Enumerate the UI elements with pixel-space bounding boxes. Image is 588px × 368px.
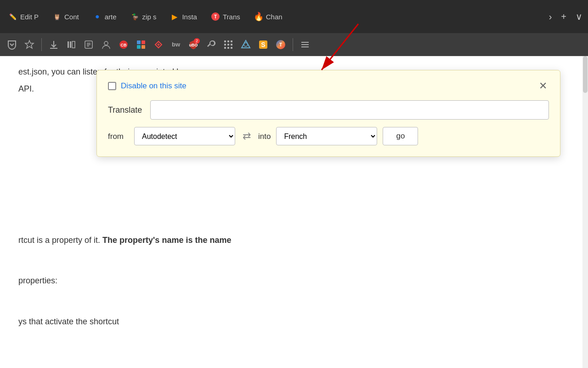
content-line-4: properties:: [18, 274, 570, 288]
svg-rect-26: [227, 44, 229, 46]
svg-rect-7: [72, 41, 75, 48]
from-label: from: [108, 130, 129, 143]
tab-chan-icon: 🔥: [254, 12, 263, 21]
close-button[interactable]: ✕: [537, 80, 549, 92]
tab-arte-icon: ●: [93, 12, 102, 21]
svg-rect-15: [137, 40, 141, 44]
svg-rect-30: [231, 47, 232, 49]
shape-icon[interactable]: [238, 37, 253, 52]
content-line-3: rtcut is a property of it. The property'…: [18, 234, 570, 247]
tab-edit-label: Edit P: [20, 13, 39, 21]
svg-text:S: S: [261, 41, 265, 48]
scrollbar[interactable]: [582, 56, 588, 368]
svg-text:T: T: [214, 14, 217, 19]
tab-chan-label: Chan: [266, 13, 283, 21]
svg-rect-29: [227, 47, 229, 49]
swap-languages-button[interactable]: ⇄: [241, 130, 253, 142]
ublock-badge: 2: [194, 38, 200, 44]
svg-point-12: [104, 41, 108, 45]
disable-row: Disable on this site: [108, 80, 187, 92]
tab-trans-label: Trans: [223, 13, 240, 21]
grid-icon[interactable]: [221, 37, 236, 52]
svg-rect-17: [137, 45, 141, 49]
tab-insta[interactable]: ▶ Insta: [164, 6, 204, 28]
translate-input[interactable]: [150, 100, 549, 120]
translate-row: Translate: [108, 100, 549, 120]
content-text-3: rtcut is a property of it.: [18, 236, 102, 245]
disable-label[interactable]: Disable on this site: [121, 80, 187, 92]
from-language-select[interactable]: Autodetect English Spanish German Chines…: [134, 127, 235, 145]
svg-rect-5: [68, 41, 69, 48]
svg-rect-22: [224, 40, 226, 42]
scrollbar-thumb[interactable]: [583, 56, 588, 93]
more-tabs-button[interactable]: ›: [545, 10, 556, 24]
page-content: est.json, you can listen for their assoc…: [0, 56, 588, 368]
svg-text:CB: CB: [121, 43, 127, 47]
tab-cont-icon: 🦉: [52, 12, 62, 21]
content-text-5: ys that activate the shortcut: [18, 317, 119, 326]
tab-edit[interactable]: ✏️ Edit P: [2, 6, 45, 28]
tab-bar: ✏️ Edit P 🦉 Cont ● arte 🦆 zip s ▶ Insta …: [0, 0, 588, 33]
svg-rect-24: [231, 40, 232, 42]
star-icon[interactable]: [22, 37, 37, 52]
tab-cont-label: Cont: [64, 13, 79, 21]
disable-checkbox[interactable]: [108, 82, 116, 90]
ublock-icon[interactable]: uBO 2: [186, 37, 201, 52]
tab-arte-label: arte: [105, 13, 117, 21]
go-button[interactable]: go: [383, 127, 418, 145]
svg-rect-16: [141, 40, 145, 44]
toolbar-sep-2: [293, 38, 293, 51]
toolbar: CB bw uBO 2 S T: [0, 33, 588, 56]
tab-zip[interactable]: 🦆 zip s: [124, 6, 163, 28]
content-line-5: ys that activate the shortcut: [18, 315, 570, 328]
svg-rect-28: [224, 47, 226, 49]
download-icon[interactable]: [46, 37, 61, 52]
tab-chan[interactable]: 🔥 Chan: [248, 6, 289, 28]
svg-rect-6: [70, 41, 71, 48]
tab-zip-icon: 🦆: [130, 12, 140, 21]
svg-point-32: [244, 43, 248, 46]
tools-icon[interactable]: [204, 37, 218, 52]
tab-trans-icon: T: [211, 12, 220, 21]
lang-row: from Autodetect English Spanish German C…: [108, 127, 549, 145]
svg-rect-18: [141, 45, 145, 49]
tab-cont[interactable]: 🦉 Cont: [46, 6, 85, 28]
pocket-icon[interactable]: [5, 37, 19, 52]
svg-marker-2: [25, 40, 34, 48]
tab-edit-icon: ✏️: [8, 12, 17, 21]
content-text-2: API.: [18, 84, 34, 93]
content-bold-text: The property's name is the name: [102, 236, 231, 245]
tab-zip-label: zip s: [142, 13, 157, 21]
translate-popup: Disable on this site ✕ Translate from Au…: [96, 70, 560, 157]
svg-rect-23: [227, 40, 229, 42]
tab-insta-icon: ▶: [170, 12, 179, 21]
into-language-select[interactable]: French English Spanish German Chinese: [276, 127, 377, 145]
reader-icon[interactable]: [81, 37, 96, 52]
ext3-icon[interactable]: [151, 37, 166, 52]
avatar-icon[interactable]: T: [273, 37, 288, 52]
into-label: into: [258, 130, 271, 143]
library-icon[interactable]: [64, 37, 79, 52]
svg-text:T: T: [279, 42, 282, 47]
s5-icon[interactable]: S: [256, 37, 271, 52]
tab-trans[interactable]: T Trans: [204, 6, 247, 28]
toolbar-sep-1: [41, 38, 42, 51]
tab-insta-label: Insta: [182, 13, 197, 21]
svg-rect-25: [224, 44, 226, 46]
account-icon[interactable]: [99, 37, 113, 52]
menu-icon[interactable]: [298, 37, 312, 52]
tab-actions: › + ∨: [545, 9, 586, 24]
ext2-icon[interactable]: [134, 37, 148, 52]
svg-rect-27: [231, 44, 232, 46]
ext1-icon[interactable]: CB: [116, 37, 131, 52]
tab-arte[interactable]: ● arte: [86, 6, 123, 28]
translate-label: Translate: [108, 104, 145, 117]
tab-list-button[interactable]: ∨: [572, 9, 586, 24]
content-text-4: properties:: [18, 276, 57, 285]
bw-icon[interactable]: bw: [169, 37, 183, 52]
new-tab-button[interactable]: +: [557, 10, 570, 24]
popup-header: Disable on this site ✕: [108, 80, 549, 92]
